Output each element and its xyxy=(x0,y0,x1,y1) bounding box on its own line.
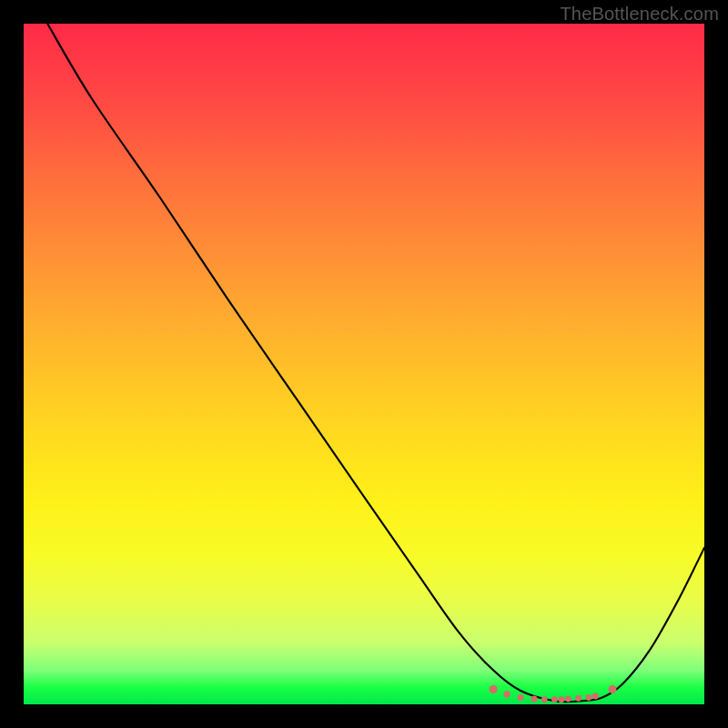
curve-marker xyxy=(490,685,498,693)
curve-marker xyxy=(585,694,592,701)
curve-marker xyxy=(551,696,558,703)
curve-marker xyxy=(565,696,571,703)
curve-marker xyxy=(575,695,581,702)
curve-marker xyxy=(531,695,537,702)
curve-marker xyxy=(592,693,599,699)
curve-marker xyxy=(559,696,565,703)
bottleneck-curve xyxy=(47,24,704,702)
curve-marker xyxy=(503,691,510,697)
chart-frame: TheBottleneck.com xyxy=(0,0,728,728)
curve-layer xyxy=(24,24,704,704)
plot-area xyxy=(24,24,704,704)
curve-marker xyxy=(517,694,523,701)
curve-markers xyxy=(490,685,617,703)
curve-marker xyxy=(541,696,548,703)
curve-marker xyxy=(609,685,617,693)
watermark-text: TheBottleneck.com xyxy=(560,4,719,25)
